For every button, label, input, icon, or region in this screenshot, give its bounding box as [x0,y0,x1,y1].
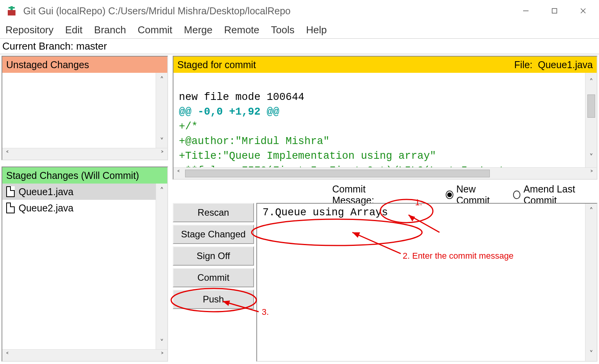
commit-button[interactable]: Commit [173,268,254,287]
radio-dot-icon [446,191,453,199]
scroll-up-icon[interactable]: ˄ [589,204,593,218]
diff-pane: Staged for commit File: Queue1.java new … [173,56,597,180]
scroll-down-icon[interactable]: ˅ [589,347,593,361]
scroll-up-icon[interactable]: ˄ [589,73,593,92]
scroll-right-icon[interactable]: ˃ [587,169,597,178]
scroll-down-icon[interactable]: ˅ [589,148,593,167]
diff-line: +/* [179,121,198,132]
scrollbar-horizontal[interactable]: ˂˃ [2,148,167,160]
unstaged-header: Unstaged Changes [2,57,167,73]
diff-content[interactable]: new file mode 100644 @@ -0,0 +1,92 @@ +/… [173,73,597,167]
diff-line: @@ -0,0 +1,92 @@ [179,106,279,118]
scrollbar-horizontal[interactable]: ˂˃ [2,349,167,361]
diff-file-label: File: [514,59,532,70]
file-name: Queue1.java [19,184,74,200]
sign-off-button[interactable]: Sign Off [173,246,254,266]
scrollbar-vertical[interactable]: ˄˅ [585,73,597,167]
commit-message-text: 7.Queue using Arrays [263,207,388,218]
diff-line: +**folows FIFO(First In First Out)/LILO(… [179,165,505,167]
close-button[interactable] [569,1,597,21]
svg-rect-0 [8,10,15,15]
stage-changed-button[interactable]: Stage Changed [173,225,254,244]
scrollbar-vertical[interactable]: ˄˅ [156,73,167,148]
radio-dot-icon [513,191,520,199]
diff-line: +Title:"Queue Implementation using array… [179,150,436,162]
commit-message-input[interactable]: 7.Queue using Arrays ˄˅ [256,203,597,362]
push-button[interactable]: Push [173,290,254,309]
scroll-down-icon[interactable]: ˅ [160,335,164,349]
svg-rect-4 [552,9,557,13]
scroll-right-icon[interactable]: ˃ [157,351,167,360]
rescan-button[interactable]: Rescan [173,203,254,222]
file-icon [6,203,15,213]
scroll-left-icon[interactable]: ˂ [173,169,184,178]
svg-rect-2 [9,7,15,9]
menu-commit[interactable]: Commit [137,24,172,36]
git-gui-icon [5,5,18,17]
scroll-up-icon[interactable]: ˄ [160,184,164,197]
diff-header-title: Staged for commit [177,59,256,70]
menu-repository[interactable]: Repository [5,24,53,36]
titlebar: Git Gui (localRepo) C:/Users/Mridul Mish… [0,0,599,22]
menu-merge[interactable]: Merge [184,24,213,36]
scroll-up-icon[interactable]: ˄ [160,73,164,87]
maximize-button[interactable] [540,1,569,21]
menubar: Repository Edit Branch Commit Merge Remo… [0,22,599,39]
staged-pane: Staged Changes (Will Commit) Queue1.java… [2,167,168,362]
scrollbar-thumb[interactable] [185,170,490,177]
scrollbar-vertical[interactable]: ˄˅ [156,184,167,349]
scrollbar-vertical[interactable]: ˄˅ [585,204,597,361]
scrollbar-thumb[interactable] [587,94,595,118]
diff-line: new file mode 100644 [179,91,304,103]
menu-tools[interactable]: Tools [271,24,295,36]
scrollbar-horizontal[interactable]: ˂˃ [173,167,597,179]
window-title: Git Gui (localRepo) C:/Users/Mridul Mish… [23,5,511,17]
scroll-down-icon[interactable]: ˅ [160,134,164,148]
menu-branch[interactable]: Branch [94,24,126,36]
list-item[interactable]: Queue1.java [2,184,167,200]
menu-help[interactable]: Help [306,24,327,36]
menu-edit[interactable]: Edit [65,24,82,36]
minimize-button[interactable] [511,1,540,21]
diff-line: +@author:"Mridul Mishra" [179,136,330,147]
scroll-left-icon[interactable]: ˂ [2,149,12,159]
file-icon [6,186,15,197]
file-name: Queue2.java [19,200,74,216]
menu-remote[interactable]: Remote [224,24,259,36]
unstaged-pane: Unstaged Changes ˄˅ ˂˃ [2,56,168,160]
commit-area: Rescan Stage Changed Sign Off Commit Pus… [173,187,597,362]
list-item[interactable]: Queue2.java [2,200,167,216]
diff-header: Staged for commit File: Queue1.java [173,57,597,73]
current-branch-label: Current Branch: master [0,39,599,54]
staged-list[interactable]: Queue1.java Queue2.java ˄˅ [2,184,167,349]
staged-header: Staged Changes (Will Commit) [2,167,167,184]
diff-file-name: Queue1.java [538,59,593,70]
scroll-right-icon[interactable]: ˃ [157,149,167,159]
unstaged-list[interactable]: ˄˅ [2,73,167,148]
scroll-left-icon[interactable]: ˂ [2,351,12,360]
